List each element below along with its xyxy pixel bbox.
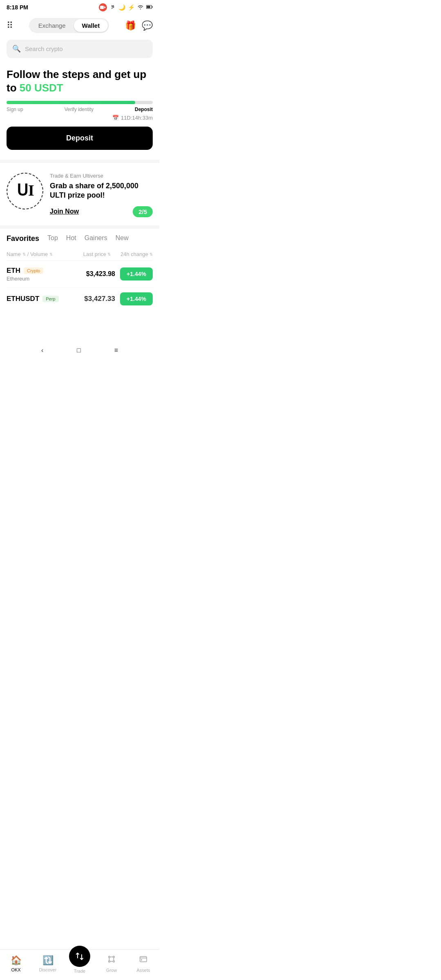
exchange-tab[interactable]: Exchange [30, 19, 74, 32]
asset-price-eth: $3,423.98 [86, 270, 115, 278]
battery-icon [146, 4, 153, 11]
search-bar[interactable]: 🔍 Search crypto [7, 40, 153, 58]
tab-hot[interactable]: Hot [66, 234, 76, 244]
header-actions: 🎁 💬 [125, 20, 153, 31]
promo-card-content: Trade & Earn Ultiverse Grab a share of 2… [50, 173, 153, 217]
gift-icon[interactable]: 🎁 [125, 20, 136, 31]
market-right-ethusdt: $3,427.33 +1.44% [84, 292, 153, 305]
moon-icon: 🌙 [118, 4, 125, 11]
market-right-eth: $3,423.98 +1.44% [86, 267, 153, 281]
asset-badge-eth: Crypto [24, 267, 43, 274]
wifi-icon [137, 4, 144, 11]
deposit-button[interactable]: Deposit [7, 127, 153, 150]
grid-menu-icon[interactable]: ⠿ [7, 20, 13, 31]
progress-labels: Sign up Verify identity Deposit [7, 107, 153, 112]
bluetooth-icon [109, 4, 116, 11]
record-icon [99, 3, 107, 11]
col-price: Last price ⇅ [83, 251, 111, 257]
status-icons: 🌙 ⚡ [99, 3, 153, 11]
promo-logo-text: ᑌI [15, 179, 35, 203]
asset-change-eth: +1.44% [120, 267, 153, 281]
asset-price-ethusdt: $3,427.33 [84, 295, 115, 303]
svg-rect-4 [147, 6, 150, 8]
calendar-icon: 📅 [112, 115, 119, 121]
svg-text:ᑌI: ᑌI [17, 182, 34, 199]
section-divider [0, 160, 159, 163]
step-deposit: Deposit [135, 107, 153, 112]
promo-headline: Follow the steps and get up to 50 USDT [7, 68, 153, 94]
svg-rect-0 [100, 6, 104, 9]
svg-rect-3 [152, 6, 153, 8]
tab-new[interactable]: New [116, 234, 129, 244]
svg-marker-1 [104, 6, 106, 9]
asset-symbol-eth: ETH [7, 267, 20, 275]
search-container: 🔍 Search crypto [7, 40, 153, 58]
promo-logo: ᑌI [7, 173, 43, 209]
search-icon: 🔍 [12, 45, 21, 53]
timer-value: 11D:14h:33m [121, 115, 153, 121]
asset-badge-ethusdt: Perp [42, 296, 58, 302]
col-name: Name ⇅ / Volume ⇅ [7, 251, 53, 257]
progress-track [7, 101, 153, 104]
step-signup: Sign up [7, 107, 23, 112]
tab-favorites[interactable]: Favorites [7, 234, 39, 244]
back-button[interactable]: ‹ [41, 347, 43, 354]
progress-container: Sign up Verify identity Deposit [7, 101, 153, 112]
col-right: Last price ⇅ 24h change ⇅ [83, 251, 153, 257]
market-row-ethusdt[interactable]: ETHUSDT Perp $3,427.33 +1.44% [7, 288, 153, 310]
market-tabs: Favorites Top Hot Gainers New [7, 229, 153, 248]
promo-card-footer: Join Now 2/5 [50, 206, 153, 217]
tab-gainers[interactable]: Gainers [85, 234, 107, 244]
search-placeholder: Search crypto [25, 45, 63, 52]
promo-card: ᑌI Trade & Earn Ultiverse Grab a share o… [0, 165, 159, 229]
status-time: 8:18 PM [7, 4, 28, 11]
promo-card-title: Grab a share of 2,500,000 ULTI prize poo… [50, 181, 153, 200]
system-nav: ‹ □ ≡ [0, 343, 159, 358]
bolt-icon: ⚡ [128, 4, 135, 11]
asset-info-ethusdt: ETHUSDT Perp [7, 295, 59, 303]
join-now-link[interactable]: Join Now [50, 208, 79, 215]
wallet-tab[interactable]: Wallet [74, 19, 108, 32]
home-button[interactable]: □ [77, 347, 81, 354]
market-section: Favorites Top Hot Gainers New Name ⇅ / V… [0, 229, 159, 310]
table-header: Name ⇅ / Volume ⇅ Last price ⇅ 24h chang… [7, 248, 153, 261]
page-indicator: 2/5 [133, 206, 153, 217]
asset-fullname-eth: Ethereum [7, 276, 43, 282]
message-icon[interactable]: 💬 [142, 20, 153, 31]
tab-top[interactable]: Top [47, 234, 58, 244]
promo-section: Follow the steps and get up to 50 USDT S… [0, 65, 159, 158]
status-bar: 8:18 PM 🌙 ⚡ [0, 0, 159, 15]
progress-fill [7, 101, 135, 104]
market-row-eth[interactable]: ETH Crypto Ethereum $3,423.98 +1.44% [7, 261, 153, 288]
col-change: 24h change ⇅ [120, 251, 153, 257]
asset-name-row-eth: ETH Crypto [7, 267, 43, 275]
promo-card-subtitle: Trade & Earn Ultiverse [50, 173, 153, 179]
menu-button[interactable]: ≡ [114, 347, 118, 354]
step-verify: Verify identity [65, 107, 94, 112]
timer-row: 📅 11D:14h:33m [7, 115, 153, 121]
header-tabs: Exchange Wallet [29, 18, 109, 33]
asset-symbol-ethusdt: ETHUSDT [7, 295, 39, 303]
header: ⠿ Exchange Wallet 🎁 💬 [0, 15, 159, 38]
asset-info-eth: ETH Crypto Ethereum [7, 267, 43, 282]
promo-headline-highlight: 50 USDT [20, 82, 63, 94]
asset-change-ethusdt: +1.44% [120, 292, 153, 305]
asset-name-row-ethusdt: ETHUSDT Perp [7, 295, 59, 303]
